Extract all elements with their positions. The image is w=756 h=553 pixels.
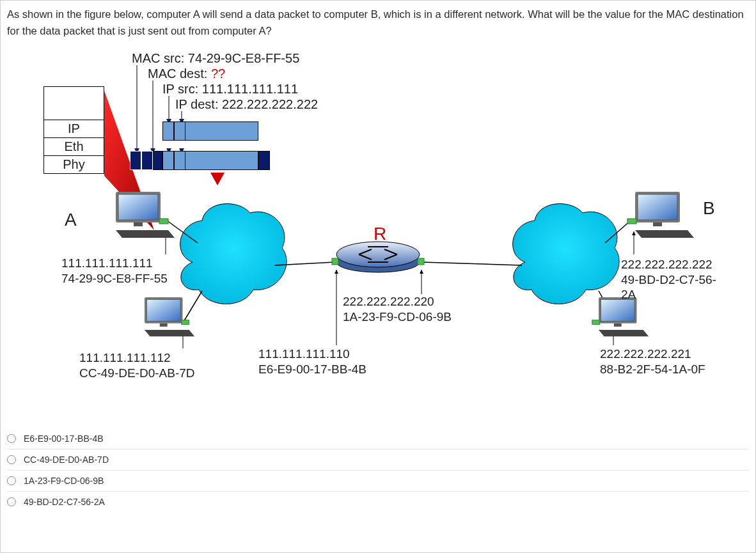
router-left-info: 111.111.111.110 E6-E9-00-17-BB-4B — [258, 347, 366, 377]
svg-rect-14 — [332, 258, 338, 265]
svg-line-9 — [421, 262, 522, 265]
network-figure: MAC src: 74-29-9C-E8-FF-55 MAC dest: ?? … — [26, 51, 730, 422]
answer-list: E6-E9-00-17-BB-4B CC-49-DE-D0-AB-7D 1A-2… — [7, 428, 749, 515]
svg-rect-33 — [638, 194, 677, 220]
packet-eth-ip-src-cell — [162, 151, 174, 170]
host-b-info: 222.222.222.222 49-BD-D2-C7-56-2A — [621, 257, 730, 302]
router-right-info: 222.222.222.220 1A-23-F9-CD-06-9B — [343, 294, 452, 325]
svg-point-13 — [336, 242, 420, 267]
radio-icon[interactable] — [7, 434, 16, 443]
svg-rect-28 — [146, 299, 180, 321]
packet-mac-dest-cell — [141, 151, 153, 170]
question-text: As shown in the figure below, computer A… — [7, 6, 749, 40]
answer-option-2[interactable]: 1A-23-F9-CD-06-9B — [7, 470, 749, 491]
host-a-ip: 111.111.111.111 — [61, 256, 153, 270]
packet-eth-trailer — [258, 151, 270, 170]
answer-option-0[interactable]: E6-E9-00-17-BB-4B — [7, 428, 749, 449]
host-a2-mac: CC-49-DE-D0-AB-7D — [79, 366, 195, 380]
svg-rect-34 — [653, 222, 662, 226]
answer-label: E6-E9-00-17-BB-4B — [24, 433, 104, 444]
svg-marker-40 — [599, 330, 649, 336]
svg-marker-35 — [635, 230, 694, 238]
answer-label: CC-49-DE-D0-AB-7D — [24, 455, 109, 465]
packet-ip-src-cell — [162, 121, 174, 141]
host-b2-info: 222.222.222.221 88-B2-2F-54-1A-0F — [600, 347, 705, 377]
svg-rect-26 — [159, 219, 168, 224]
answer-option-3[interactable]: 49-BD-D2-C7-56-2A — [7, 491, 749, 512]
label-r: R — [374, 224, 386, 244]
router-right-mac: 1A-23-F9-CD-06-9B — [343, 310, 452, 323]
packet-ip-dest-cell — [174, 121, 185, 141]
label-b: B — [703, 198, 715, 219]
host-a-info: 111.111.111.111 74-29-9C-E8-FF-55 — [61, 256, 168, 286]
svg-rect-24 — [134, 222, 143, 226]
svg-rect-38 — [601, 299, 634, 321]
radio-icon[interactable] — [7, 476, 16, 485]
router-left-mac: E6-E9-00-17-BB-4B — [258, 362, 366, 376]
svg-marker-5 — [210, 173, 224, 185]
host-a2-ip: 111.111.111.112 — [79, 351, 171, 364]
router-right-ip: 222.222.222.220 — [343, 295, 434, 308]
svg-line-7 — [183, 291, 202, 323]
svg-marker-25 — [116, 230, 175, 238]
host-b-mac: 49-BD-D2-C7-56-2A — [621, 273, 716, 302]
svg-rect-36 — [627, 219, 636, 224]
host-b2-ip: 222.222.222.221 — [600, 347, 691, 361]
svg-rect-29 — [160, 323, 168, 327]
answer-label: 1A-23-F9-CD-06-9B — [24, 476, 104, 486]
radio-icon[interactable] — [7, 455, 16, 464]
svg-rect-39 — [614, 323, 622, 327]
host-a2-info: 111.111.111.112 CC-49-DE-D0-AB-7D — [79, 350, 195, 381]
svg-rect-31 — [182, 320, 189, 324]
packet-eth-ip-dest-cell — [174, 151, 185, 170]
answer-option-1[interactable]: CC-49-DE-D0-AB-7D — [7, 449, 749, 470]
radio-icon[interactable] — [7, 497, 16, 506]
svg-rect-23 — [118, 194, 158, 220]
host-b2-mac: 88-B2-2F-54-1A-0F — [600, 362, 705, 376]
router-left-ip: 111.111.111.110 — [258, 347, 350, 361]
packet-mac-src-cell — [130, 151, 141, 170]
answer-label: 49-BD-D2-C7-56-2A — [24, 497, 105, 507]
svg-rect-15 — [418, 258, 424, 265]
svg-rect-41 — [592, 320, 600, 324]
label-a: A — [65, 210, 77, 230]
host-a-mac: 74-29-9C-E8-FF-55 — [61, 272, 168, 285]
svg-marker-30 — [145, 330, 194, 336]
host-b-ip: 222.222.222.222 — [621, 258, 713, 271]
